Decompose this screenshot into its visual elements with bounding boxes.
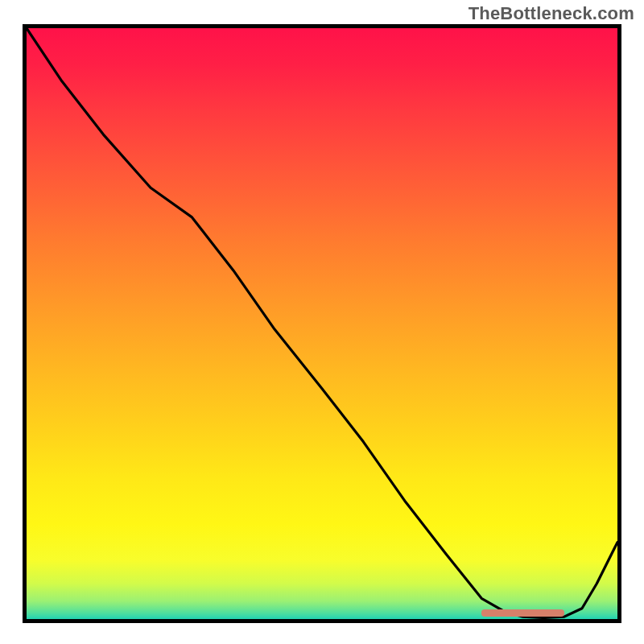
plot-area (23, 24, 621, 623)
watermark-text: TheBottleneck.com (469, 3, 634, 24)
chart-container: TheBottleneck.com (0, 0, 644, 644)
bottleneck-curve (27, 28, 617, 619)
optimal-range-marker (481, 609, 564, 617)
